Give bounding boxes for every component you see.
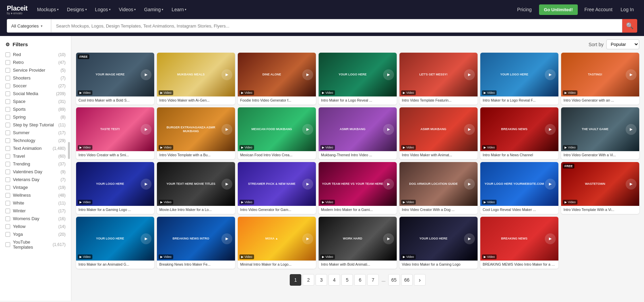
sidebar-checkbox[interactable] <box>5 193 10 198</box>
pricing-link[interactable]: Pricing <box>513 7 536 12</box>
card[interactable]: ▶ ASMR MUKBANG ▶Video Mukbang-Themed Int… <box>319 107 397 159</box>
sidebar-item[interactable]: Sports (89) <box>0 105 71 113</box>
sidebar-item[interactable]: Technology (29) <box>0 137 71 144</box>
sidebar-checkbox[interactable] <box>5 162 10 166</box>
card[interactable]: ▶ YOUR TEXT HERE MOVIE TITLES ▶Video Mov… <box>157 162 235 214</box>
sidebar-checkbox[interactable] <box>5 52 10 57</box>
sidebar-item[interactable]: Red (10) <box>0 51 71 58</box>
card[interactable]: ▶ YOUR LOGO HERE ▶Video Intro Maker for … <box>76 162 154 214</box>
sidebar-item[interactable]: Text Animation (1,480) <box>0 144 71 152</box>
card[interactable]: ▶ TASTE TEST! ▶Video Intro Video Creator… <box>76 107 154 159</box>
card[interactable]: ▶ ASMR MUKBANG ▶Video Intro Video Maker … <box>399 107 478 159</box>
page-btn-65[interactable]: 65 <box>388 274 400 286</box>
card[interactable]: ▶ MEXICAN FOOD MUKBANG ▶Video Mexican Fo… <box>238 107 316 159</box>
card[interactable]: ▶ MOXA ▲ ▶Video Minimal Intro Maker for … <box>238 217 316 269</box>
card[interactable]: ▶ YOUR TEAM HERE VS YOUR TEAM HERE ▶Vide… <box>319 162 397 214</box>
sidebar-checkbox[interactable] <box>5 76 10 81</box>
sidebar-item[interactable]: Trending (37) <box>0 160 71 168</box>
login-link[interactable]: Log In <box>617 7 637 12</box>
sidebar-item[interactable]: Space (31) <box>0 97 71 105</box>
card[interactable]: ▶ Mukbang Meals ▶Video Intro Video Maker… <box>157 53 235 105</box>
page-btn-2[interactable]: 2 <box>303 274 314 286</box>
page-btn-4[interactable]: 4 <box>328 274 340 286</box>
sidebar-checkbox[interactable] <box>5 216 10 221</box>
page-btn-3[interactable]: 3 <box>316 274 327 286</box>
sidebar-item[interactable]: Winter (17) <box>0 207 71 215</box>
card[interactable]: ▶ BREAKING NEWS ▶Video Intro Maker for a… <box>480 107 558 159</box>
sidebar-checkbox[interactable] <box>5 130 10 135</box>
sidebar-checkbox[interactable] <box>5 185 10 190</box>
card[interactable]: ▶ YOUR LOGO HERE ▶Video Video Intro Make… <box>399 217 478 269</box>
category-select[interactable]: All Categories ▾ <box>7 19 51 33</box>
sidebar-item[interactable]: Service Provider (5) <box>0 66 71 74</box>
card[interactable]: ▶ BURGER EXTRAVAGANZA ASMR MUKBANG ▶Vide… <box>157 107 235 159</box>
sidebar-item[interactable]: Social Media (209) <box>0 90 71 97</box>
search-button[interactable]: 🔍 <box>622 19 637 33</box>
sidebar-item[interactable]: Soccer (27) <box>0 82 71 90</box>
sidebar-item[interactable]: Veterans Day (7) <box>0 176 71 183</box>
sidebar-checkbox[interactable] <box>5 146 10 151</box>
sidebar-item[interactable]: Travel (60) <box>0 152 71 160</box>
sidebar-item[interactable]: Spring (8) <box>0 113 71 121</box>
card[interactable]: ▶ BREAKING NEWS INTRO ▶Video Breaking Ne… <box>157 217 235 269</box>
card[interactable]: ▶ YOUR LOGO HERE yourwebsite.com ▶Video … <box>480 162 558 214</box>
page-btn-6[interactable]: 6 <box>354 274 366 286</box>
sidebar-item[interactable]: Valentines Day (9) <box>0 168 71 176</box>
nav-designs[interactable]: Designs▾ <box>64 0 90 19</box>
sidebar-item[interactable]: Yoga (20) <box>0 230 71 238</box>
sidebar-checkbox[interactable] <box>5 138 10 143</box>
sidebar-item[interactable]: Wellness (48) <box>0 191 71 199</box>
sidebar-item[interactable]: Yellow (14) <box>0 223 71 230</box>
card[interactable]: ▶ DINE ALONE ▶Video Foodie Intro Video G… <box>238 53 316 105</box>
sidebar-checkbox[interactable] <box>5 154 10 159</box>
pagination-next[interactable]: › <box>414 274 426 286</box>
nav-mockups[interactable]: Mockups▾ <box>34 0 62 19</box>
sidebar-checkbox[interactable] <box>5 224 10 229</box>
page-btn-1[interactable]: 1 <box>290 274 301 286</box>
card[interactable]: ▶ YOUR LOGO HERE ▶Video Intro Maker for … <box>76 217 154 269</box>
card[interactable]: ▶ TASTING! ▶Video Intro Video Generator … <box>561 53 639 105</box>
nav-videos[interactable]: Videos▾ <box>115 0 140 19</box>
sidebar-checkbox[interactable] <box>5 84 10 88</box>
sidebar-item[interactable]: Shooters (7) <box>0 74 71 82</box>
sidebar-checkbox[interactable] <box>5 123 10 127</box>
sidebar-checkbox[interactable] <box>5 99 10 104</box>
card[interactable]: ▶ YOUR LOGO HERE ▶Video Intro Maker for … <box>480 53 558 105</box>
sidebar-checkbox[interactable] <box>5 201 10 206</box>
sidebar-checkbox[interactable] <box>5 60 10 65</box>
sidebar-item[interactable]: YouTube Templates (1,617) <box>0 238 71 251</box>
sidebar-checkbox[interactable] <box>5 68 10 73</box>
card[interactable]: ▶ STREAMER PACK & NEW NAME ▶Video Intro … <box>238 162 316 214</box>
card[interactable]: ▶ WASTETOWN FREE ▶Video Intro Video Temp… <box>561 162 639 214</box>
sidebar-item[interactable]: Summer (17) <box>0 129 71 137</box>
sidebar-item[interactable]: Step by Step Tutorial (11) <box>0 121 71 129</box>
nav-logos[interactable]: Logos▾ <box>92 0 114 19</box>
search-input[interactable] <box>51 19 622 33</box>
sidebar-item[interactable]: Vintage (19) <box>0 183 71 191</box>
card[interactable]: ▶ LET'S GET MESSY! ▶Video Intro Video Te… <box>399 53 478 105</box>
card[interactable]: ▶ THE VAULT GAME ▶Video Intro Video Gene… <box>561 107 639 159</box>
sidebar-checkbox[interactable] <box>5 209 10 213</box>
sidebar-checkbox[interactable] <box>5 242 10 247</box>
card[interactable]: ▶ WORK HARD ▶Video Intro Maker with Bold… <box>319 217 397 269</box>
sidebar-checkbox[interactable] <box>5 115 10 120</box>
logo[interactable]: Placeit by ♦ envato <box>7 4 28 15</box>
page-btn-5[interactable]: 5 <box>341 274 353 286</box>
nav-gaming[interactable]: Gaming▾ <box>141 0 167 19</box>
card[interactable]: ▶ YOUR IMAGE HERE FREE ▶Video Cool Intro… <box>76 53 154 105</box>
page-btn-66[interactable]: 66 <box>401 274 413 286</box>
go-unlimited-button[interactable]: Go Unlimited! <box>539 4 577 15</box>
sidebar-scroll-indicator[interactable] <box>68 142 70 159</box>
sidebar-item[interactable]: White (11) <box>0 199 71 207</box>
sidebar-checkbox[interactable] <box>5 107 10 112</box>
sidebar-checkbox[interactable] <box>5 170 10 174</box>
sidebar-checkbox[interactable] <box>5 177 10 182</box>
card[interactable]: ▶ DOG ARMOUR LOCATION GUIDE ▶Video Intro… <box>399 162 478 214</box>
free-account-link[interactable]: Free Account <box>581 7 616 12</box>
card[interactable]: ▶ YOUR LOGO HERE ▶Video Intro Maker for … <box>319 53 397 105</box>
sort-select[interactable]: Popular Newest Oldest <box>606 39 639 49</box>
sidebar-item[interactable]: Womens Day (16) <box>0 215 71 223</box>
sidebar-checkbox[interactable] <box>5 91 10 96</box>
sidebar-item[interactable]: Retro (47) <box>0 58 71 66</box>
sidebar-checkbox[interactable] <box>5 232 10 237</box>
